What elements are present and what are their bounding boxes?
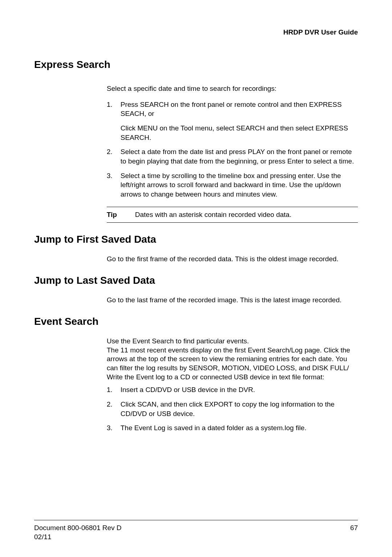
express-search-body: Select a specific date and time to searc… [107,84,358,223]
list-item: Insert a CD/DVD or USB device in the DVR… [107,385,358,395]
tip-text: Dates with an asterisk contain recorded … [135,211,358,219]
heading-event-search: Event Search [34,316,358,327]
list-item: Click SCAN, and then click EXPORT to cop… [107,400,358,418]
express-search-list: Press SEARCH on the front panel or remot… [107,100,358,199]
footer-page: 67 [350,523,358,542]
list-item-text: Insert a CD/DVD or USB device in the DVR… [121,386,255,393]
page-header: HRDP DVR User Guide [34,28,358,36]
tip-box: Tip Dates with an asterisk contain recor… [107,207,358,223]
list-item: Press SEARCH on the front panel or remot… [107,100,358,142]
heading-express-search: Express Search [34,59,358,70]
page-footer: Document 800-06801 Rev D 02/11 67 [34,520,358,542]
footer-date: 02/11 [34,532,122,542]
list-item: The Event Log is saved in a dated folder… [107,423,358,433]
header-title: HRDP DVR User Guide [283,28,358,36]
footer-doc-id: Document 800-06801 Rev D [34,523,122,533]
heading-jump-first: Jump to First Saved Data [34,234,358,245]
heading-jump-last: Jump to Last Saved Data [34,275,358,286]
list-item-main: Press SEARCH on the front panel or remot… [121,101,342,118]
event-search-list: Insert a CD/DVD or USB device in the DVR… [107,385,358,433]
list-item-main: Select a date from the date list and pre… [121,148,354,165]
event-search-body: Use the Event Search to find particular … [107,337,358,433]
event-search-p1: Use the Event Search to find particular … [107,337,358,346]
event-search-p2: The 11 most recent events display on the… [107,346,358,373]
jump-last-text: Go to the last frame of the recorded ima… [107,296,358,305]
tip-label: Tip [107,211,135,219]
list-item: Select a date from the date list and pre… [107,147,358,166]
list-item-sub: Click MENU on the Tool menu, select SEAR… [121,124,358,142]
event-search-p3: Write the Event log to a CD or connected… [107,373,358,382]
jump-last-body: Go to the last frame of the recorded ima… [107,296,358,305]
list-item-text: Click SCAN, and then click EXPORT to cop… [121,400,335,417]
express-search-intro: Select a specific date and time to searc… [107,84,358,93]
footer-left: Document 800-06801 Rev D 02/11 [34,523,122,542]
list-item-main: Select a time by scrolling to the timeli… [121,172,341,198]
list-item: Select a time by scrolling to the timeli… [107,171,358,199]
jump-first-body: Go to the first frame of the recorded da… [107,255,358,264]
jump-first-text: Go to the first frame of the recorded da… [107,255,358,264]
list-item-text: The Event Log is saved in a dated folder… [121,424,306,432]
